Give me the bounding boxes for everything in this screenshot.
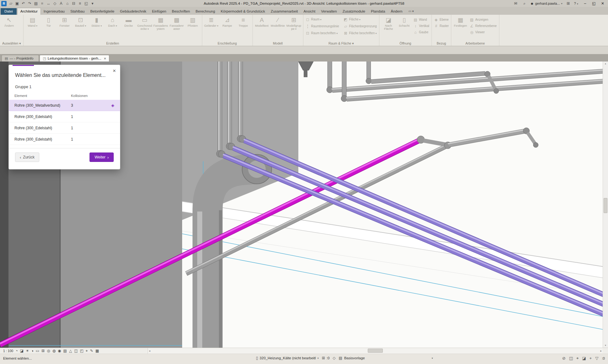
ribbon-button[interactable]: ◻ Raum ▾	[305, 17, 340, 22]
view-control-icon[interactable]: ✎	[90, 349, 93, 353]
horizontal-scroll-thumb[interactable]	[368, 349, 383, 353]
restore-button[interactable]: ◱	[590, 1, 598, 6]
ribbon-button[interactable]: ▥ Pfosten	[185, 15, 201, 27]
festlegen-button[interactable]: ▦ Festlegen	[453, 15, 468, 27]
qat-icon[interactable]: ⌂	[64, 1, 70, 6]
scroll-up-icon[interactable]: ▴	[603, 62, 608, 66]
search-icon[interactable]: ⌕	[521, 1, 527, 6]
vertical-scroll-thumb[interactable]	[604, 198, 607, 213]
view-tab[interactable]: ▤ --- - Projektinfo	[2, 55, 39, 62]
ribbon-tab[interactable]: Ingenieurbau	[41, 8, 68, 15]
editable-only-toggle[interactable]: ⊞ :0	[322, 356, 330, 360]
panel-label-raumflaeche[interactable]: Raum & Fläche ▾	[304, 41, 378, 46]
worksets-icon[interactable]: ◇	[333, 356, 335, 360]
minimize-button[interactable]: –	[581, 1, 589, 6]
revit-logo-icon[interactable]: R	[1, 1, 7, 6]
ribbon-button[interactable]: ⊡ Bauteil ▾	[73, 15, 89, 28]
ribbon-button[interactable]: # Raster	[433, 23, 450, 29]
ribbon-button[interactable]: ⊿ Rampe	[220, 15, 235, 27]
ribbon-button[interactable]: ⊠ Fläche beschriften ▾	[343, 30, 378, 36]
ribbon-tab[interactable]: Gebäudetechnik	[117, 8, 149, 15]
ribbon-tab[interactable]: Ansicht	[301, 8, 318, 15]
view-control-icon[interactable]: ▤	[63, 349, 67, 353]
qat-icon[interactable]: ⊟	[71, 1, 77, 6]
selection-option-icon[interactable]: ▽	[595, 356, 598, 361]
ribbon-button[interactable]: ▬ Decke	[121, 15, 137, 27]
modify-button[interactable]: ↖ Ändern	[1, 15, 17, 27]
ribbon-button[interactable]: ▤ Wand	[412, 17, 430, 22]
vertical-scrollbar[interactable]: ▴ ▾	[603, 62, 608, 348]
element-row[interactable]: Rohre (300_Edelstahl) 1	[9, 122, 120, 134]
scroll-right-icon[interactable]: ▸	[600, 348, 602, 354]
selection-option-icon[interactable]: +	[589, 356, 592, 361]
ribbon-button[interactable]: ⊞ Fenster	[57, 15, 73, 27]
ribbon-button[interactable]: ▩ Fassadenraster	[169, 15, 185, 31]
app-store-icon[interactable]: ⊞	[565, 1, 571, 6]
selection-option-icon[interactable]: ⊘	[562, 356, 566, 361]
qat-icon[interactable]: ⌗	[39, 1, 45, 6]
qat-icon[interactable]: ↷	[27, 1, 33, 6]
ribbon-button[interactable]: ◪ Nach Fläche	[381, 15, 396, 31]
ribbon-button[interactable]: ≡ Treppe	[236, 15, 251, 27]
view-control-icon[interactable]: ◑	[31, 349, 33, 353]
qat-icon[interactable]: ↔	[46, 1, 52, 6]
view-control-icon[interactable]: ◎	[47, 349, 50, 353]
account-menu[interactable]: ☻ gerhard.pawla... ▾	[530, 2, 562, 5]
qat-icon[interactable]: ◱	[83, 1, 89, 6]
element-row[interactable]: Rohre (300_Edelstahl) 1	[9, 134, 120, 145]
ribbon-button[interactable]: ⊞ Modellgruppe ▾	[286, 15, 302, 31]
help-menu[interactable]: ? ▾	[574, 2, 578, 5]
view-control-icon[interactable]: ⊞	[41, 349, 45, 353]
element-row[interactable]: Rohre (300_Metallverbund) 3 ◈	[9, 100, 120, 111]
view-control-icon[interactable]: ◉	[58, 349, 61, 353]
view-control-icon[interactable]: ◍	[52, 349, 56, 353]
scroll-left-icon[interactable]: ◂	[149, 348, 150, 354]
ribbon-button[interactable]: ▯ Tür	[41, 15, 57, 27]
ribbon-tab[interactable]: Datei	[1, 8, 17, 15]
close-tab-icon[interactable]: ×	[104, 56, 106, 61]
view-control-icon[interactable]: △	[69, 349, 72, 353]
ribbon-button[interactable]: ▧ Anzeigen	[469, 17, 497, 22]
close-dialog-icon[interactable]: ×	[113, 68, 116, 73]
view-control-icon[interactable]: ◪	[20, 349, 23, 353]
ribbon-tab[interactable]: Betonfertigteile	[87, 8, 117, 15]
ribbon-button[interactable]: ▭ Geschossdecke ▾	[137, 15, 153, 31]
ribbon-tab[interactable]: Zusatzmodule	[340, 8, 368, 15]
ribbon-button[interactable]: ◈ Ebene	[433, 17, 450, 22]
selection-option-icon[interactable]: ⌖	[576, 356, 578, 361]
ribbon-button[interactable]: ◎ Viewer	[469, 29, 497, 35]
qat-icon[interactable]: ▣	[14, 1, 20, 6]
ribbon-display-toggle[interactable]: ▭ ▾	[408, 9, 414, 15]
ribbon-tab[interactable]: Plandata	[368, 8, 388, 15]
ribbon-button[interactable]: ⌂ Dach ▾	[105, 15, 121, 28]
panel-label-auswaehlen[interactable]: Auswählen ▾	[1, 41, 22, 46]
ribbon-button[interactable]: ⌂ Gaube	[412, 29, 430, 35]
ribbon-button[interactable]: ≣ Geländer ▾	[204, 15, 219, 28]
view-template-selector[interactable]: ▤ Basisvorlage ▾	[339, 356, 433, 360]
selection-option-icon[interactable]: ◪	[582, 356, 586, 361]
ribbon-button[interactable]: ▯ Schacht	[396, 15, 412, 31]
close-button[interactable]: ✕	[599, 1, 607, 6]
view-tab[interactable]: ◳ Leitungskollisionen lösen - gerh... ×	[40, 55, 109, 62]
design-option-selector[interactable]: ▯ 320_Heizung_Kälte (nicht bearbeitl ▾	[256, 356, 319, 360]
ribbon-tab[interactable]: Architektur	[17, 8, 41, 15]
ribbon-tab[interactable]: Zusammenarbeit	[268, 8, 301, 15]
scroll-down-icon[interactable]: ▾	[603, 343, 608, 348]
ribbon-tab[interactable]: Stahlbau	[68, 8, 87, 15]
ribbon-button[interactable]: ↕ Vertikal	[412, 23, 430, 29]
ribbon-tab[interactable]: Ändern	[388, 8, 405, 15]
view-control-icon[interactable]: ▭	[36, 349, 39, 353]
qat-icon[interactable]: ▾	[90, 1, 95, 6]
back-button[interactable]: ‹ Zurück	[15, 153, 39, 162]
ribbon-tab[interactable]: Berechnung	[193, 8, 218, 15]
view-scale[interactable]: 1 : 100	[3, 349, 13, 353]
view-control-icon[interactable]: ⌖	[86, 349, 88, 353]
ribbon-tab[interactable]: Verwalten	[318, 8, 340, 15]
view-control-icon[interactable]: ☀	[26, 349, 29, 353]
qat-icon[interactable]: ▤	[33, 1, 39, 6]
ribbon-tab[interactable]: Einfügen	[149, 8, 169, 15]
ribbon-button[interactable]: ▱ Flächenbegrenzung	[343, 24, 378, 29]
drawing-area[interactable]: × Wählen Sie das umzuleitende Element...…	[0, 62, 608, 348]
notifications-icon[interactable]: ✉	[513, 1, 518, 6]
ribbon-button[interactable]: ∕ Modelllinie	[270, 15, 286, 27]
